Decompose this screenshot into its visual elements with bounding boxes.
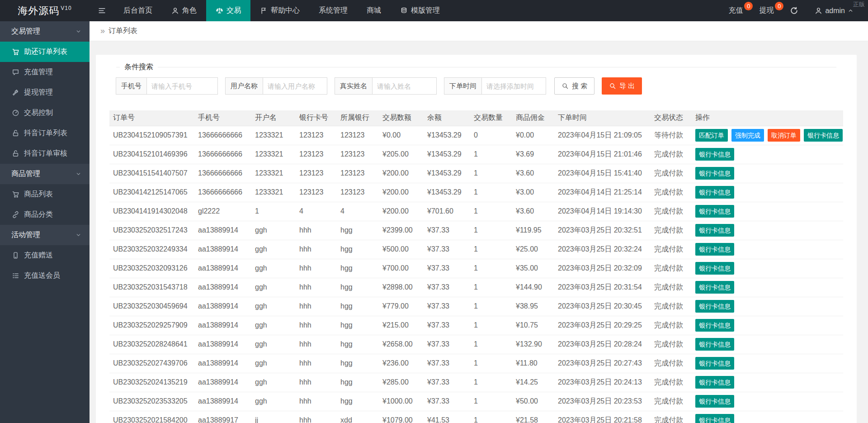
force-complete-button[interactable]: 强制完成 — [731, 129, 764, 142]
realname-label: 真实姓名 — [335, 77, 373, 95]
sidebar-item-recharge-gift[interactable]: 充值赠送 — [0, 245, 90, 266]
cell-order_no: UB2303252032093126 — [109, 259, 194, 278]
cell-actions: 银行卡信息 — [692, 411, 843, 423]
phone-input[interactable] — [147, 77, 218, 95]
topnav-item-mall[interactable]: 商城 — [357, 0, 391, 21]
username-input[interactable] — [263, 77, 327, 95]
topnav-item-help[interactable]: 帮助中心 — [250, 0, 309, 21]
topnav-item-role[interactable]: 角色 — [162, 0, 206, 21]
cell-account_name: 1 — [251, 202, 296, 221]
cell-phone: 13666666666 — [194, 145, 251, 164]
export-search-icon — [609, 82, 616, 90]
sidebar-item-douyin-order-audit[interactable]: 抖音订单审核 — [0, 143, 90, 164]
logo-text: 海外源码 — [18, 4, 59, 18]
recharge-button[interactable]: 充值 0 — [720, 0, 751, 21]
match-order-button[interactable]: 匹配订单 — [695, 129, 728, 142]
cell-bank: xdd — [337, 411, 379, 423]
hamburger-icon[interactable] — [90, 0, 114, 21]
bank-card-info-button[interactable]: 银行卡信息 — [695, 167, 734, 180]
table-row: UB23041421251470651366666666612333211231… — [109, 183, 843, 202]
sidebar-group-activity-mgmt[interactable]: 活动管理 — [0, 225, 90, 245]
sidebar-item-goods-list[interactable]: 商品列表 — [0, 184, 90, 204]
bank-card-info-button[interactable]: 银行卡信息 — [695, 148, 734, 161]
cell-account_name: jj — [251, 411, 296, 423]
bank-card-info-button[interactable]: 银行卡信息 — [695, 414, 734, 423]
refresh-button[interactable] — [782, 0, 807, 21]
sidebar-item-label: 充值送会员 — [24, 271, 60, 280]
cell-actions: 银行卡信息 — [692, 183, 843, 202]
cell-commission: ¥119.95 — [512, 221, 554, 240]
sidebar-group-goods-mgmt[interactable]: 商品管理 — [0, 164, 90, 184]
double-angle-icon: » — [100, 26, 105, 36]
cell-phone: aa13889914 — [194, 297, 251, 316]
bank-card-info-button[interactable]: 银行卡信息 — [695, 300, 734, 313]
sidebar-item-withdraw-mgmt[interactable]: 提现管理 — [0, 82, 90, 103]
cell-quantity: 1 — [470, 164, 512, 183]
sidebar-item-assist-order-list[interactable]: 助还订单列表 — [0, 42, 90, 62]
bank-card-info-button[interactable]: 银行卡信息 — [695, 262, 734, 275]
cell-status: 完成付款 — [651, 259, 692, 278]
sidebar-group-label: 商品管理 — [11, 169, 40, 179]
bank-card-info-button[interactable]: 银行卡信息 — [695, 395, 734, 408]
topnav-item-home[interactable]: 后台首页 — [114, 0, 162, 21]
bank-card-info-button[interactable]: 银行卡信息 — [695, 319, 734, 332]
cell-bank: 123123 — [337, 126, 379, 145]
cell-bank: hgg — [337, 240, 379, 259]
topnav: 后台首页角色交易帮助中心系统管理商城模版管理 — [114, 0, 720, 21]
table-row: UB2303252028248641aa13889914gghhhhhgg¥26… — [109, 335, 843, 354]
cell-actions: 银行卡信息 — [692, 278, 843, 297]
cell-bank: hgg — [337, 392, 379, 411]
username-label: 用户名称 — [225, 77, 263, 95]
topnav-item-system[interactable]: 系统管理 — [309, 0, 357, 21]
topnav-item-trade[interactable]: 交易 — [206, 0, 250, 21]
cell-account_name: ggh — [251, 259, 296, 278]
table-row: UB23041515414075071366666666612333211231… — [109, 164, 843, 183]
bank-card-info-button[interactable]: 银行卡信息 — [695, 376, 734, 389]
sidebar-item-recharge-vip[interactable]: 充值送会员 — [0, 266, 90, 286]
bank-card-info-button[interactable]: 银行卡信息 — [804, 129, 843, 142]
search-button-label: 搜 索 — [572, 82, 587, 90]
topnav-item-template[interactable]: 模版管理 — [391, 0, 449, 21]
export-button[interactable]: 导 出 — [602, 77, 642, 95]
topbar: 海外源码 V10 后台首页角色交易帮助中心系统管理商城模版管理 充值 0 提现 … — [0, 0, 868, 21]
sidebar-item-label: 充值赠送 — [24, 251, 53, 260]
sidebar-item-label: 交易控制 — [24, 108, 53, 118]
sidebar-item-recharge-mgmt[interactable]: 充值管理 — [0, 62, 90, 82]
search-form: 手机号用户名称真实姓名下单时间 搜 索 导 出 — [116, 77, 843, 95]
withdraw-button[interactable]: 提现 0 — [751, 0, 782, 21]
sidebar-group-trade-mgmt[interactable]: 交易管理 — [0, 21, 90, 42]
cell-time: 2023年03月25日 20:24:13 — [554, 373, 651, 392]
cell-phone: aa13889914 — [194, 221, 251, 240]
cell-time: 2023年03月25日 20:32:24 — [554, 240, 651, 259]
cell-amount: ¥200.00 — [379, 164, 424, 183]
realname-input[interactable] — [373, 77, 437, 95]
bank-card-info-button[interactable]: 银行卡信息 — [695, 186, 734, 199]
cell-status: 完成付款 — [651, 202, 692, 221]
bank-card-info-button[interactable]: 银行卡信息 — [695, 281, 734, 294]
cell-commission: ¥3.60 — [512, 164, 554, 183]
order-time-input[interactable] — [482, 77, 546, 95]
bank-card-info-button[interactable]: 银行卡信息 — [695, 205, 734, 218]
cell-bank: hgg — [337, 221, 379, 240]
sidebar-item-goods-category[interactable]: 商品分类 — [0, 204, 90, 225]
bank-card-info-button[interactable]: 银行卡信息 — [695, 243, 734, 256]
bank-card-info-button[interactable]: 银行卡信息 — [695, 224, 734, 237]
cell-order_no: UB2303252023533205 — [109, 392, 194, 411]
cell-commission: ¥38.95 — [512, 297, 554, 316]
cell-account_name: ggh — [251, 240, 296, 259]
bank-card-info-button[interactable]: 银行卡信息 — [695, 357, 734, 370]
sidebar-item-douyin-order-list[interactable]: 抖音订单列表 — [0, 123, 90, 143]
cancel-order-button[interactable]: 取消订单 — [768, 129, 800, 142]
cell-account_name: 1233321 — [251, 183, 296, 202]
cell-balance: ¥37.33 — [424, 221, 470, 240]
cell-quantity: 1 — [470, 354, 512, 373]
cell-commission: ¥0.00 — [512, 126, 554, 145]
sidebar-item-trade-control[interactable]: 交易控制 — [0, 103, 90, 123]
bank-card-info-button[interactable]: 银行卡信息 — [695, 338, 734, 351]
search-button[interactable]: 搜 索 — [554, 77, 594, 95]
cell-amount: ¥200.00 — [379, 183, 424, 202]
table-row: UB2303252032093126aa13889914gghhhhhgg¥70… — [109, 259, 843, 278]
cell-bank: 4 — [337, 202, 379, 221]
cell-time: 2023年04月14日 19:14:30 — [554, 202, 651, 221]
cell-status: 完成付款 — [651, 278, 692, 297]
